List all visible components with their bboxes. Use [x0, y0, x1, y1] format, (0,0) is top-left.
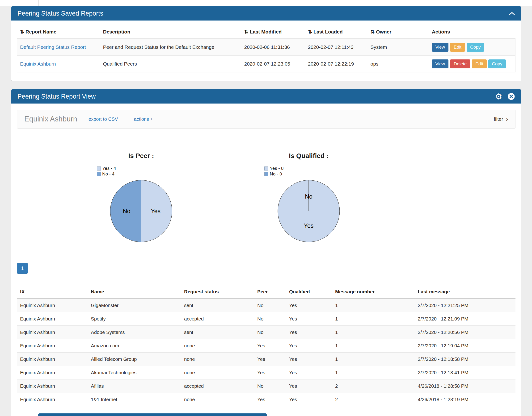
saved-report-row: Equinix AshburnQualified Peers2020-02-07… [17, 56, 515, 72]
sort-icon: ⇅ [20, 29, 24, 34]
chart-legend: Yes - 4No - 4 [97, 166, 144, 177]
legend-swatch [264, 167, 268, 170]
copy-button[interactable]: Copy [488, 59, 506, 68]
column-header-message-number: Message number [332, 285, 415, 299]
delete-button[interactable]: Delete [450, 59, 470, 68]
column-header-last-loaded[interactable]: ⇅Last Loaded [305, 25, 368, 39]
report-last-modified: 2020-02-07 12:23:05 [242, 56, 305, 72]
result-cell: No [254, 326, 286, 339]
result-cell: Yes [286, 393, 332, 406]
result-cell: 2/7/2020 - 12:18:41 PM [415, 366, 515, 379]
collapse-panel-button[interactable] [509, 11, 515, 15]
result-cell: Yes [286, 379, 332, 393]
settings-button[interactable]: ⚙ [495, 93, 502, 100]
top-edge-strip [0, 0, 532, 6]
result-cell: none [181, 366, 254, 379]
result-cell: 2/7/2020 - 12:21:25 PM [415, 299, 515, 312]
pie-chart: YesNo [108, 178, 174, 244]
actions-menu-link[interactable]: actions + [134, 116, 153, 122]
filter-label: filter [494, 116, 503, 122]
saved-report-row: Default Peering Status ReportPeer and Re… [17, 39, 515, 56]
results-header-row: IXNameRequest statusPeerQualifiedMessage… [17, 285, 515, 299]
pie-slice-label: No [305, 193, 312, 200]
pie-slice-label: Yes [151, 208, 161, 214]
report-name-heading: Equinix Ashburn [24, 115, 77, 123]
result-cell: No [254, 299, 286, 312]
legend-item: Yes - 4 [97, 166, 144, 171]
column-header-peer: Peer [254, 285, 286, 299]
top-edge-divider [38, 0, 39, 6]
result-cell: 1 [332, 353, 415, 366]
legend-swatch [97, 167, 101, 170]
result-cell: Amazon.com [88, 339, 181, 353]
result-cell: 2/7/2020 - 12:21:09 PM [415, 312, 515, 326]
close-panel-button[interactable] [507, 93, 515, 100]
result-cell: Equinix Ashburn [17, 366, 88, 379]
column-header-owner[interactable]: ⇅Owner [368, 25, 429, 39]
result-cell: Yes [286, 353, 332, 366]
pagination: 1 [17, 263, 521, 274]
result-cell: 2/7/2020 - 12:20:56 PM [415, 326, 515, 339]
result-cell: none [181, 393, 254, 406]
result-cell: accepted [181, 312, 254, 326]
result-cell: Yes [286, 339, 332, 353]
legend-item: Yes - 8 [264, 166, 311, 171]
column-header-ix: IX [17, 285, 88, 299]
result-cell: Yes [254, 353, 286, 366]
result-cell: Equinix Ashburn [17, 353, 88, 366]
result-row: Equinix Ashburn1&1 InternetnoneYesYes24/… [17, 393, 515, 406]
saved-reports-body: Default Peering Status ReportPeer and Re… [17, 39, 515, 72]
result-cell: none [181, 339, 254, 353]
copy-button[interactable]: Copy [467, 43, 484, 52]
view-button[interactable]: View [432, 43, 449, 52]
legend-item: No - 0 [264, 171, 311, 177]
edit-button[interactable]: Edit [450, 43, 465, 52]
column-label: Owner [376, 29, 391, 34]
saved-reports-panel-title: Peering Status Saved Reports [18, 10, 103, 17]
report-name-link[interactable]: Default Peering Status Report [20, 44, 86, 50]
report-name-link[interactable]: Equinix Ashburn [20, 61, 56, 66]
column-header-name: Name [88, 285, 181, 299]
result-cell: 4/26/2018 - 1:28:58 PM [415, 379, 515, 393]
result-cell: Yes [254, 393, 286, 406]
report-last-loaded: 2020-02-07 12:11:43 [305, 39, 368, 56]
result-cell: 2/7/2020 - 12:18:58 PM [415, 353, 515, 366]
result-cell: Afilias [88, 379, 181, 393]
result-cell: none [181, 353, 254, 366]
result-cell: 1 [332, 366, 415, 379]
is-peer-chart: Is Peer : Yes - 4No - 4 YesNo [57, 152, 225, 244]
report-view-panel-header: Peering Status Report View ⚙ [11, 89, 521, 104]
export-csv-link[interactable]: export to CSV [88, 116, 118, 122]
charts-area: Is Peer : Yes - 4No - 4 YesNo Is Qualifi… [57, 152, 521, 244]
filter-toggle[interactable]: filter › [494, 116, 508, 123]
saved-reports-panel-header: Peering Status Saved Reports [11, 6, 521, 20]
edit-button[interactable]: Edit [472, 59, 487, 68]
report-view-panel: Peering Status Report View ⚙ Equinix Ash… [11, 89, 521, 416]
result-cell: 1 [332, 339, 415, 353]
chart-legend: Yes - 8No - 0 [264, 166, 311, 177]
legend-swatch [97, 172, 101, 176]
column-header-actions: Actions [429, 25, 515, 39]
view-button[interactable]: View [432, 59, 449, 68]
result-cell: Yes [286, 312, 332, 326]
legend-swatch [264, 172, 268, 176]
result-cell: sent [181, 326, 254, 339]
report-last-loaded: 2020-02-07 12:22:19 [305, 56, 368, 72]
result-cell: 2 [332, 393, 415, 406]
column-header-report-name[interactable]: ⇅Report Name [17, 25, 100, 39]
report-owner: ops [368, 56, 429, 72]
page-1-button[interactable]: 1 [17, 263, 28, 274]
result-cell: Yes [286, 299, 332, 312]
legend-label: No - 4 [102, 171, 115, 177]
column-header-description: Description [100, 25, 242, 39]
result-cell: Yes [254, 339, 286, 353]
sort-icon: ⇅ [244, 29, 249, 34]
result-cell: Equinix Ashburn [17, 326, 88, 339]
column-header-last-modified[interactable]: ⇅Last Modified [242, 25, 305, 39]
report-description: Peer and Request Status for the Default … [100, 39, 242, 56]
column-label: Actions [432, 29, 450, 34]
chart-title: Is Peer : [57, 152, 225, 160]
result-cell: sent [181, 299, 254, 312]
result-cell: Yes [286, 366, 332, 379]
result-cell: Equinix Ashburn [17, 312, 88, 326]
